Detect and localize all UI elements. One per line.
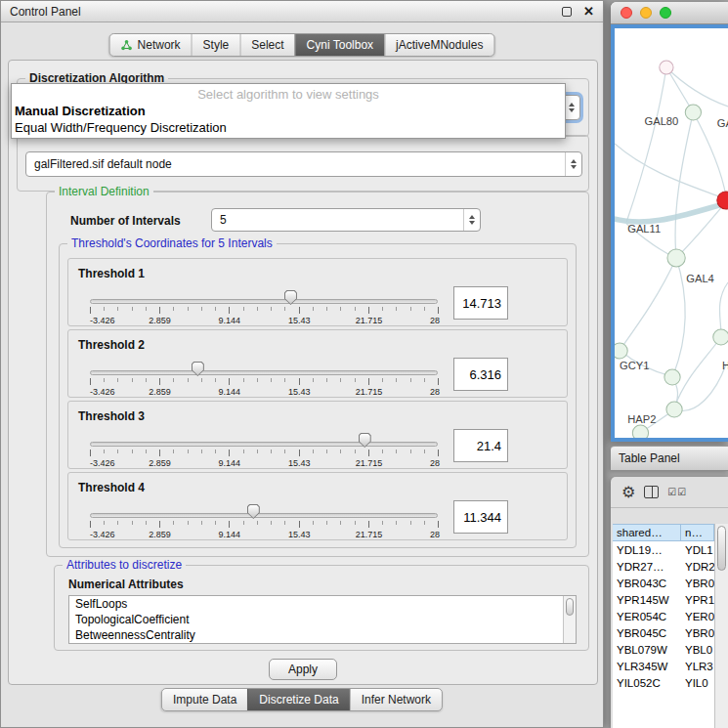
dropdown-option-equal-width-frequency[interactable]: Equal Width/Frequency Discretization xyxy=(12,119,565,136)
threshold-slider[interactable]: -3.4262.8599.14415.4321.71528 xyxy=(90,290,438,325)
tab-discretize-data[interactable]: Discretize Data xyxy=(247,689,349,710)
tick-label: 15.43 xyxy=(288,530,311,539)
threshold-label: Threshold 1 xyxy=(78,267,145,280)
table-row[interactable]: YER054CYER0 xyxy=(613,608,714,624)
columns-icon[interactable] xyxy=(644,486,659,498)
node-pink[interactable] xyxy=(660,61,673,74)
scrollbar-thumb[interactable] xyxy=(566,598,574,616)
cell-name[interactable]: YIL0 xyxy=(681,677,714,689)
node-gcy1[interactable] xyxy=(615,343,627,359)
threshold-label: Threshold 4 xyxy=(78,481,145,494)
slider-scale: -3.4262.8599.14415.4321.71528 xyxy=(90,316,439,326)
attribute-item[interactable]: BetweennessCentrality xyxy=(69,627,576,643)
minimize-traffic-button[interactable] xyxy=(640,7,652,19)
cell-name[interactable]: YDR2 xyxy=(681,561,714,573)
number-of-intervals-combobox[interactable]: 5 xyxy=(211,208,481,232)
cell-shared-name[interactable]: YDL19… xyxy=(613,544,681,556)
slider-thumb[interactable] xyxy=(247,504,260,519)
attribute-item[interactable]: TopologicalCoefficient xyxy=(69,612,576,627)
zoom-traffic-button[interactable] xyxy=(660,7,671,19)
attribute-item[interactable]: SelfLoops xyxy=(69,596,576,612)
node-gal80[interactable] xyxy=(685,105,701,120)
table-row[interactable]: YBR043CYBR0 xyxy=(613,575,714,591)
table-data-combobox[interactable]: galFiltered.sif default node xyxy=(25,151,582,177)
slider-thumb[interactable] xyxy=(284,290,297,305)
cell-name[interactable]: YPR1 xyxy=(681,594,714,606)
cell-shared-name[interactable]: YBR045C xyxy=(613,627,681,639)
slider-ticks xyxy=(90,521,439,529)
threshold-value-field[interactable]: 14.713 xyxy=(453,286,508,320)
threshold-value-field[interactable]: 21.4 xyxy=(453,429,508,462)
cell-name[interactable]: YDL1 xyxy=(681,544,714,556)
attributes-list-scrollbar[interactable] xyxy=(563,596,576,643)
node[interactable] xyxy=(713,329,728,345)
tick-label: 28 xyxy=(430,458,440,468)
slider-track[interactable] xyxy=(90,442,438,447)
threshold-value-field[interactable]: 6.316 xyxy=(453,358,508,391)
slider-track[interactable] xyxy=(90,370,438,375)
combobox-stepper-icon[interactable] xyxy=(463,209,480,231)
close-traffic-button[interactable] xyxy=(621,7,632,19)
node[interactable] xyxy=(664,369,680,385)
slider-track[interactable] xyxy=(90,299,438,304)
select-columns-checkbox-icon[interactable]: ☑☑ xyxy=(667,487,687,497)
threshold-slider[interactable]: -3.4262.8599.14415.4321.71528 xyxy=(90,504,438,539)
table-scrollbar[interactable] xyxy=(714,524,728,728)
column-header-shared-name[interactable]: shared… xyxy=(613,524,681,541)
tick-label: -3.426 xyxy=(90,530,115,539)
table-row[interactable]: YLR345WYLR3 xyxy=(613,658,714,674)
cell-shared-name[interactable]: YPR145W xyxy=(613,594,681,606)
node[interactable] xyxy=(632,425,648,438)
table-row[interactable]: YDL19…YDL1 xyxy=(613,541,714,558)
tick-label: 21.715 xyxy=(356,530,383,539)
table-row[interactable]: YDR27…YDR2 xyxy=(613,558,714,575)
tab-cyni-toolbox[interactable]: Cyni Toolbox xyxy=(295,34,384,56)
cell-shared-name[interactable]: YIL052C xyxy=(613,677,681,689)
node-gal4[interactable] xyxy=(667,249,685,267)
cell-shared-name[interactable]: YBL079W xyxy=(613,644,681,656)
float-window-button[interactable] xyxy=(562,7,572,17)
threshold-label: Threshold 3 xyxy=(78,409,145,423)
close-window-button[interactable]: ✕ xyxy=(583,5,594,18)
cell-name[interactable]: YER0 xyxy=(681,611,714,622)
tab-style[interactable]: Style xyxy=(192,34,240,56)
node-hap2[interactable] xyxy=(666,402,682,417)
table-row[interactable]: YIL052CYIL0 xyxy=(613,674,714,691)
network-window-titlebar xyxy=(611,2,728,24)
node-label-gcy1: GCY1 xyxy=(620,360,649,371)
tab-network[interactable]: Network xyxy=(110,34,192,56)
network-canvas[interactable]: GAL80 GA GAL11 GAL4 GCY1 HAP2 H xyxy=(611,24,728,442)
cell-shared-name[interactable]: YER054C xyxy=(613,611,681,622)
column-header-name[interactable]: n… xyxy=(681,524,714,541)
tick-label: 2.859 xyxy=(149,530,171,539)
threshold-value-field[interactable]: 11.344 xyxy=(453,500,508,534)
table-row[interactable]: YBL079WYBL0 xyxy=(613,641,714,658)
window-title: Control Panel xyxy=(10,5,562,19)
combobox-stepper-icon[interactable] xyxy=(565,152,581,176)
cell-shared-name[interactable]: YDR27… xyxy=(613,561,681,573)
tab-jactivemnodules[interactable]: jActiveMNodules xyxy=(384,34,493,56)
numerical-attributes-list[interactable]: SelfLoopsTopologicalCoefficientBetweenne… xyxy=(68,595,577,644)
tab-infer-network[interactable]: Infer Network xyxy=(350,689,442,710)
table-row[interactable]: YPR145WYPR1 xyxy=(613,591,714,608)
tab-impute-data[interactable]: Impute Data xyxy=(162,689,247,710)
slider-ticks xyxy=(90,450,439,457)
cell-shared-name[interactable]: YLR345W xyxy=(613,661,681,672)
dropdown-option-manual-discretization[interactable]: Manual Discretization xyxy=(12,103,565,119)
apply-button[interactable]: Apply xyxy=(269,659,337,680)
threshold-slider[interactable]: -3.4262.8599.14415.4321.71528 xyxy=(90,362,438,397)
tick-label: 15.43 xyxy=(288,387,311,397)
cell-shared-name[interactable]: YBR043C xyxy=(613,578,681,589)
slider-thumb[interactable] xyxy=(192,362,204,376)
cell-name[interactable]: YBR0 xyxy=(681,627,714,639)
table-row[interactable]: YBR045CYBR0 xyxy=(613,624,714,641)
slider-thumb[interactable] xyxy=(359,433,371,448)
gear-icon[interactable]: ⚙ xyxy=(621,485,635,500)
scrollbar-thumb[interactable] xyxy=(717,526,726,571)
threshold-slider[interactable]: -3.4262.8599.14415.4321.71528 xyxy=(90,433,438,468)
cell-name[interactable]: YBL0 xyxy=(681,644,714,656)
tab-select[interactable]: Select xyxy=(239,34,294,56)
slider-track[interactable] xyxy=(90,513,438,518)
cell-name[interactable]: YBR0 xyxy=(681,578,714,589)
cell-name[interactable]: YLR3 xyxy=(681,661,714,672)
